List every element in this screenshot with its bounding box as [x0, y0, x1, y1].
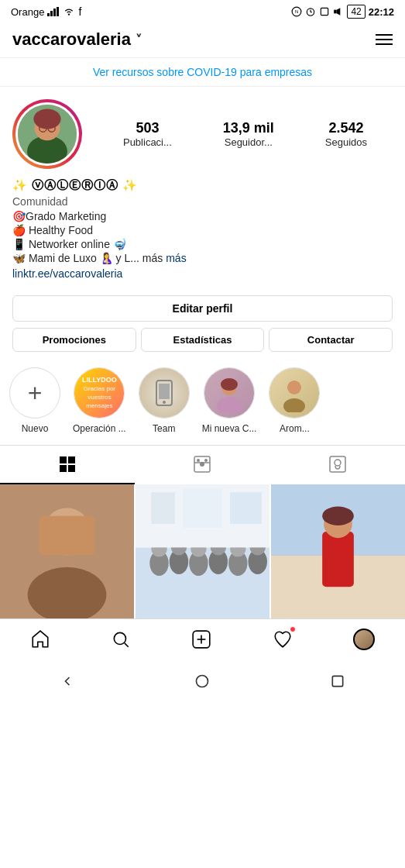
grid-item-2[interactable] — [136, 484, 269, 618]
home-button[interactable] — [194, 673, 210, 689]
svg-rect-2 — [53, 9, 56, 16]
action-buttons: Editar perfil Promociones Estadísticas C… — [0, 289, 405, 358]
contactar-button[interactable]: Contactar — [269, 328, 393, 352]
svg-rect-71 — [332, 676, 342, 686]
avatar-image — [18, 105, 77, 164]
carrier-label: Orange — [11, 6, 44, 18]
bio-section: ✨ ⓥⒶⓁⒺⓇⒾⒶ ✨ Comunidad 🎯Grado Marketing 🍎… — [0, 178, 405, 289]
svg-point-36 — [335, 460, 341, 466]
story-nueva-image — [204, 368, 254, 418]
stats-container: 503 Publicaci... 13,9 mil Seguidor... 2.… — [98, 120, 393, 148]
profile-avatar-small — [353, 629, 375, 650]
stat-following[interactable]: 2.542 Seguidos — [325, 120, 367, 148]
grid-photo-3 — [271, 484, 405, 618]
stat-followers[interactable]: 13,9 mil Seguidor... — [223, 120, 274, 148]
search-icon — [111, 629, 131, 649]
volume-icon — [333, 6, 344, 17]
story-nuevo[interactable]: + Nuevo — [9, 367, 60, 434]
tab-reels[interactable] — [135, 446, 269, 484]
avatar-wrapper — [12, 99, 82, 169]
username-text: vaccarovaleria — [12, 29, 131, 50]
svg-point-65 — [115, 632, 126, 644]
tab-tagged[interactable] — [270, 446, 405, 484]
story-operacion-label: Operación ... — [73, 423, 126, 434]
nav-home[interactable] — [30, 629, 50, 649]
story-nuevo-circle: + — [9, 367, 60, 418]
bio-line-3: 📱 Networker online 🤿 — [12, 238, 393, 250]
story-nueva[interactable]: Mi nueva C... — [202, 367, 257, 434]
story-arom-label: Arom... — [280, 423, 310, 434]
hamburger-menu-button[interactable] — [376, 34, 393, 45]
nav-likes[interactable] — [273, 629, 293, 649]
svg-rect-57 — [183, 488, 222, 528]
edit-profile-button[interactable]: Editar perfil — [12, 295, 393, 322]
nav-profile[interactable] — [353, 629, 375, 650]
status-left: Orange f — [11, 5, 81, 18]
person-icon — [210, 374, 249, 412]
avatar — [15, 102, 79, 166]
svg-point-15 — [33, 109, 60, 129]
svg-rect-3 — [57, 7, 59, 16]
estadisticas-button[interactable]: Estadísticas — [141, 328, 265, 352]
svg-rect-19 — [159, 384, 170, 399]
battery-indicator: 42 — [347, 5, 365, 19]
heart-icon — [273, 629, 293, 649]
grid-photo-1 — [0, 484, 134, 618]
grid-item-1[interactable] — [0, 484, 134, 618]
covid-banner-text: Ver recursos sobre COVID-19 para empresa… — [93, 66, 312, 78]
svg-point-32 — [204, 459, 208, 462]
story-team-label: Team — [153, 423, 175, 434]
tagged-icon — [328, 455, 347, 474]
grid-item-3[interactable] — [271, 484, 405, 618]
stat-posts[interactable]: 503 Publicaci... — [123, 120, 172, 148]
add-story-icon: + — [28, 379, 43, 408]
bio-more-link[interactable]: más — [166, 252, 186, 264]
story-team[interactable]: Team — [139, 367, 190, 434]
nfc-icon: N — [291, 6, 302, 17]
story-team-circle — [139, 367, 190, 418]
nav-add[interactable] — [191, 629, 211, 649]
covid-banner[interactable]: Ver recursos sobre COVID-19 para empresa… — [0, 58, 405, 87]
back-icon — [60, 673, 75, 689]
svg-point-31 — [197, 459, 200, 462]
profile-section: 503 Publicaci... 13,9 mil Seguidor... 2.… — [0, 87, 405, 178]
svg-rect-40 — [39, 516, 94, 556]
svg-rect-58 — [230, 492, 262, 524]
story-arom-circle — [269, 367, 320, 418]
story-nueva-label: Mi nueva C... — [202, 423, 257, 434]
svg-rect-29 — [68, 465, 75, 472]
nav-search[interactable] — [111, 629, 131, 649]
svg-rect-11 — [335, 10, 338, 14]
facebook-icon: f — [78, 5, 81, 18]
content-tabs — [0, 445, 405, 484]
time-label: 22:12 — [369, 6, 394, 18]
recent-button[interactable] — [330, 673, 345, 689]
story-team-image — [139, 368, 189, 418]
bio-link[interactable]: linktr.ee/vaccarovaleria — [12, 267, 393, 280]
svg-rect-0 — [47, 13, 50, 16]
secondary-buttons: Promociones Estadísticas Contactar — [12, 328, 393, 352]
story-operacion-image: LILLYDOOGracias por vuestros mensajes — [74, 368, 124, 418]
wifi-icon — [63, 7, 75, 16]
username-container[interactable]: vaccarovaleria ˅ — [12, 29, 142, 50]
menu-line-2 — [376, 39, 393, 40]
add-icon — [191, 629, 211, 649]
stat-following-value: 2.542 — [328, 120, 363, 136]
back-button[interactable] — [60, 673, 75, 689]
tab-grid[interactable] — [0, 446, 135, 484]
bio-line-4: 🦋 Mami de Luxo 🤱 y L... más más — [12, 252, 393, 264]
svg-point-20 — [163, 401, 166, 404]
story-operacion[interactable]: LILLYDOOGracias por vuestros mensajes Op… — [73, 367, 126, 434]
story-nuevo-label: Nuevo — [22, 423, 49, 434]
stat-following-label: Seguidos — [325, 136, 367, 148]
photo-grid — [0, 484, 405, 618]
story-arom[interactable]: Arom... — [269, 367, 320, 434]
arom-placeholder — [275, 374, 314, 412]
svg-point-25 — [283, 398, 305, 412]
reels-icon — [193, 455, 211, 474]
svg-point-4 — [68, 13, 70, 15]
svg-rect-56 — [151, 492, 175, 524]
promociones-button[interactable]: Promociones — [12, 328, 136, 352]
signal-icon — [47, 7, 60, 16]
notification-dot — [290, 626, 296, 632]
